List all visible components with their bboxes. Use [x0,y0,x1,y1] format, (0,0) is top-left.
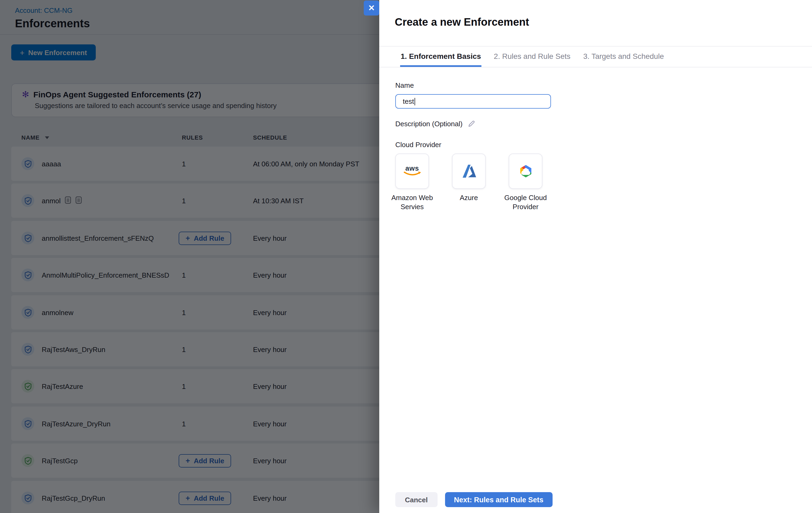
app-root: Account: CCM-NG Enforcements + New Enfor… [0,0,812,513]
text-caret [414,97,415,105]
tab-rules-and-rule-sets[interactable]: 2. Rules and Rule Sets [493,52,571,67]
name-label: Name [395,81,791,89]
create-enforcement-drawer: ✕ Create a new Enforcement 1. Enforcemen… [379,0,812,513]
tab-targets-and-schedule[interactable]: 3. Targets and Schedule [583,52,665,67]
close-drawer-button[interactable]: ✕ [364,1,379,16]
description-label: Description (Optional) [395,120,462,128]
provider-label-gcp: Google Cloud Provider [491,193,560,211]
cloud-provider-options: aws Amazon Web Servies [395,153,791,189]
provider-card-aws[interactable]: aws Amazon Web Servies [395,153,429,189]
provider-card-gcp[interactable]: Google Cloud Provider [509,153,543,189]
cloud-provider-label: Cloud Provider [395,141,791,149]
drawer-title: Create a new Enforcement [395,16,529,28]
cancel-button[interactable]: Cancel [395,492,437,507]
enforcement-basics-form: Name test Description (Optional) Cloud P… [395,81,791,189]
azure-logo [461,164,477,179]
name-input-value: test [403,97,414,105]
tab-enforcement-basics[interactable]: 1. Enforcement Basics [400,52,482,67]
aws-logo: aws [405,165,419,171]
gcp-logo [517,163,534,179]
name-input[interactable]: test [395,94,551,109]
aws-smile-icon [403,171,422,177]
drawer-footer: Cancel Next: Rules and Rule Sets [395,492,553,507]
provider-card-azure[interactable]: Azure [452,153,486,189]
wizard-tabs: 1. Enforcement Basics 2. Rules and Rule … [379,46,812,67]
edit-pencil-icon[interactable] [467,120,475,128]
next-rules-button[interactable]: Next: Rules and Rule Sets [445,492,553,507]
